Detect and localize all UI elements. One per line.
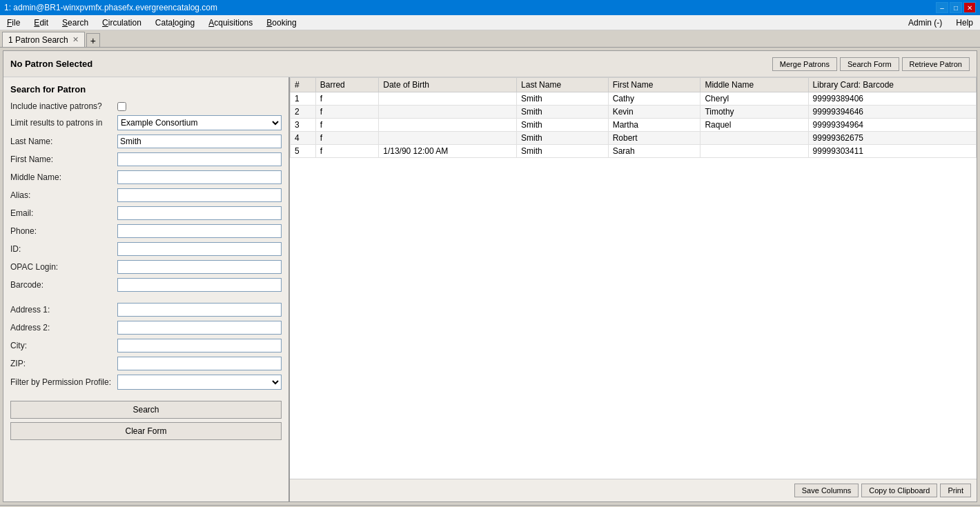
table-cell: Kevin <box>608 106 700 119</box>
first-name-input[interactable] <box>117 152 282 166</box>
retrieve-patron-button[interactable]: Retrieve Patron <box>902 57 970 71</box>
middle-name-row: Middle Name: <box>10 170 282 184</box>
zip-input[interactable] <box>117 357 282 370</box>
email-input[interactable] <box>117 206 282 220</box>
col-dob[interactable]: Date of Birth <box>379 78 517 92</box>
col-barcode[interactable]: Library Card: Barcode <box>808 78 976 92</box>
table-cell: 99999362675 <box>808 132 976 145</box>
table-cell: f <box>315 145 379 158</box>
clear-form-button[interactable]: Clear Form <box>10 422 282 440</box>
table-cell: f <box>315 119 379 132</box>
opac-login-input[interactable] <box>117 260 282 274</box>
minimize-button[interactable]: – <box>936 2 948 13</box>
table-cell: Cathy <box>608 92 700 106</box>
id-input[interactable] <box>117 242 282 256</box>
table-cell <box>700 132 808 145</box>
table-row[interactable]: 2fSmithKevinTimothy99999394646 <box>291 106 977 119</box>
zip-row: ZIP: <box>10 357 282 370</box>
table-cell: 3 <box>291 119 316 132</box>
table-cell: 4 <box>291 132 316 145</box>
table-cell: Martha <box>608 119 700 132</box>
table-cell: 1 <box>291 92 316 106</box>
include-inactive-row: Include inactive patrons? <box>10 101 282 111</box>
table-cell: 99999394646 <box>808 106 976 119</box>
table-cell: Sarah <box>608 145 700 158</box>
address2-input[interactable] <box>117 321 282 335</box>
tab-add-button[interactable]: + <box>86 33 100 47</box>
menu-search[interactable]: Search <box>58 17 92 29</box>
phone-input[interactable] <box>117 224 282 238</box>
menu-cataloging[interactable]: Cataloging <box>151 17 199 29</box>
search-panel: Search for Patron Include inactive patro… <box>3 77 290 501</box>
table-cell <box>379 92 517 106</box>
menu-circulation[interactable]: Circulation <box>98 17 146 29</box>
include-inactive-checkbox[interactable] <box>117 102 126 111</box>
col-num[interactable]: # <box>291 78 316 92</box>
barcode-label: Barcode: <box>10 280 117 290</box>
address2-label: Address 2: <box>10 323 117 332</box>
zip-label: ZIP: <box>10 359 117 368</box>
alias-input[interactable] <box>117 188 282 202</box>
table-cell: Smith <box>517 106 609 119</box>
tab-patron-search[interactable]: 1 Patron Search ✕ <box>2 32 85 47</box>
col-barred[interactable]: Barred <box>315 78 379 92</box>
tab-label: 1 Patron Search <box>8 35 68 45</box>
main-area: No Patron Selected Merge Patrons Search … <box>3 50 977 502</box>
city-label: City: <box>10 341 117 350</box>
close-button[interactable]: ✕ <box>963 2 976 13</box>
merge-patrons-button[interactable]: Merge Patrons <box>772 57 837 71</box>
email-row: Email: <box>10 206 282 220</box>
menu-admin[interactable]: Admin (-) <box>904 17 946 29</box>
menu-acquisitions[interactable]: Acquisitions <box>204 17 257 29</box>
table-cell <box>379 119 517 132</box>
table-row[interactable]: 5f1/13/90 12:00 AMSmithSarah99999303411 <box>291 145 977 158</box>
id-label: ID: <box>10 244 117 254</box>
barcode-input[interactable] <box>117 278 282 292</box>
tab-close-icon[interactable]: ✕ <box>72 35 79 44</box>
save-columns-button[interactable]: Save Columns <box>794 484 859 497</box>
table-row[interactable]: 1fSmithCathyCheryl99999389406 <box>291 92 977 106</box>
table-row[interactable]: 3fSmithMarthaRaquel99999394964 <box>291 119 977 132</box>
last-name-label: Last Name: <box>10 137 117 146</box>
col-last-name[interactable]: Last Name <box>517 78 609 92</box>
col-first-name[interactable]: First Name <box>608 78 700 92</box>
search-buttons: Search Clear Form <box>10 401 282 440</box>
filter-profile-row: Filter by Permission Profile: <box>10 375 282 390</box>
city-input[interactable] <box>117 339 282 352</box>
menu-file[interactable]: File <box>3 17 24 29</box>
search-button[interactable]: Search <box>10 401 282 419</box>
restore-button[interactable]: □ <box>950 2 962 13</box>
limit-results-row: Limit results to patrons in Example Cons… <box>10 115 282 130</box>
id-row: ID: <box>10 242 282 256</box>
table-cell: f <box>315 106 379 119</box>
print-button[interactable]: Print <box>940 484 971 497</box>
last-name-input[interactable] <box>117 135 282 148</box>
col-middle-name[interactable]: Middle Name <box>700 78 808 92</box>
menu-booking[interactable]: Booking <box>262 17 300 29</box>
results-table-container: # Barred Date of Birth Last Name First N… <box>290 77 977 479</box>
city-row: City: <box>10 339 282 352</box>
address1-input[interactable] <box>117 303 282 317</box>
menu-edit[interactable]: Edit <box>30 17 52 29</box>
table-header-row: # Barred Date of Birth Last Name First N… <box>291 78 977 92</box>
table-row[interactable]: 4fSmithRobert99999362675 <box>291 132 977 145</box>
address1-label: Address 1: <box>10 305 117 315</box>
middle-name-input[interactable] <box>117 170 282 184</box>
search-form-button[interactable]: Search Form <box>840 57 899 71</box>
table-cell: 5 <box>291 145 316 158</box>
search-panel-title: Search for Patron <box>10 84 282 95</box>
copy-to-clipboard-button[interactable]: Copy to Clipboard <box>861 484 937 497</box>
results-panel: # Barred Date of Birth Last Name First N… <box>290 77 977 501</box>
middle-name-label: Middle Name: <box>10 172 117 182</box>
alias-row: Alias: <box>10 188 282 202</box>
first-name-row: First Name: <box>10 152 282 166</box>
filter-profile-select[interactable] <box>117 375 282 390</box>
alias-label: Alias: <box>10 190 117 200</box>
menu-help[interactable]: Help <box>952 17 977 29</box>
table-cell: 99999394964 <box>808 119 976 132</box>
window-controls: – □ ✕ <box>936 2 976 13</box>
email-label: Email: <box>10 208 117 218</box>
table-cell: f <box>315 132 379 145</box>
limit-results-select[interactable]: Example Consortium <box>117 115 282 130</box>
table-cell: 99999389406 <box>808 92 976 106</box>
